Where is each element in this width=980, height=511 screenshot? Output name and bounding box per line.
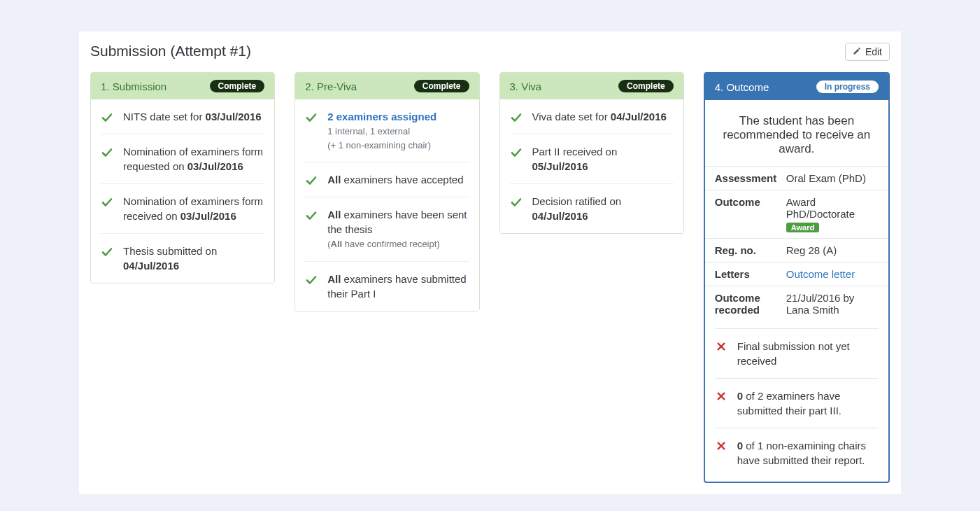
cross-icon xyxy=(715,438,727,468)
stage-card-body: 2 examiners assigned1 internal, 1 extern… xyxy=(295,99,478,311)
outcome-row-label: Letters xyxy=(715,268,779,280)
stage-card-title: 3. Viva xyxy=(510,80,542,92)
stage-card: 1. SubmissionCompleteNITS date set for 0… xyxy=(90,72,275,284)
outcome-row: AssessmentOral Exam (PhD) xyxy=(705,166,888,190)
outcome-row-label: Outcome xyxy=(715,196,779,232)
outcome-row: LettersOutcome letter xyxy=(705,262,888,286)
stage-item: Thesis submitted on 04/Jul/2016 xyxy=(101,233,264,283)
outcome-letter-link[interactable]: Outcome letter xyxy=(786,268,855,280)
outcome-row-value: 21/Jul/2016 by Lana Smith xyxy=(786,292,879,316)
check-icon xyxy=(305,109,318,152)
stage-cards: 1. SubmissionCompleteNITS date set for 0… xyxy=(90,72,890,483)
stage-item: Part II received on 05/Jul/2016 xyxy=(510,134,674,183)
stage-card-title: 1. Submission xyxy=(101,80,166,92)
outcome-checks: Final submission not yet received0 of 2 … xyxy=(705,328,888,482)
outcome-row-value: Oral Exam (PhD) xyxy=(786,172,879,184)
check-icon xyxy=(101,144,113,174)
check-icon xyxy=(305,172,318,187)
outcome-check-item: 0 of 1 non-examining chairs have submitt… xyxy=(715,428,879,477)
edit-button[interactable]: Edit xyxy=(845,43,890,61)
outcome-check-item: 0 of 2 examiners have submitted their pa… xyxy=(715,378,879,428)
examiners-link[interactable]: 2 examiners assigned xyxy=(327,111,436,122)
outcome-row: Outcome recorded21/Jul/2016 by Lana Smit… xyxy=(705,286,888,321)
edit-button-label: Edit xyxy=(865,46,882,57)
status-badge: Complete xyxy=(210,80,265,92)
stage-card: 2. Pre-VivaComplete2 examiners assigned1… xyxy=(294,72,479,312)
stage-item-text: All examiners have submitted their Part … xyxy=(327,272,469,301)
outcome-card-header: 4. OutcomeIn progress xyxy=(705,74,888,100)
page-title: Submission (Attempt #1) xyxy=(90,43,251,59)
stage-item: NITS date set for 03/Jul/2016 xyxy=(101,99,264,134)
status-badge: Complete xyxy=(414,80,469,92)
stage-item: All examiners have been sent the thesis(… xyxy=(305,197,469,260)
outcome-row-value: Reg 28 (A) xyxy=(786,244,879,256)
stage-card-title: 2. Pre-Viva xyxy=(305,80,357,92)
stage-card-header: 2. Pre-VivaComplete xyxy=(295,73,478,99)
stage-item-text: Thesis submitted on 04/Jul/2016 xyxy=(123,244,264,273)
outcome-row-label: Outcome recorded xyxy=(715,292,779,316)
outcome-message: The student has been recommended to rece… xyxy=(705,100,888,166)
stage-item: All examiners have submitted their Part … xyxy=(305,261,469,311)
stage-item: Viva date set for 04/Jul/2016 xyxy=(510,99,674,134)
stage-item-text: Viva date set for 04/Jul/2016 xyxy=(532,109,674,124)
stage-item-text: Nomination of examiners form received on… xyxy=(123,194,264,223)
stage-card: 3. VivaCompleteViva date set for 04/Jul/… xyxy=(499,72,684,234)
outcome-check-item: Final submission not yet received xyxy=(715,328,879,378)
outcome-check-text: 0 of 2 examiners have submitted their pa… xyxy=(737,388,879,418)
outcome-title: 4. Outcome xyxy=(715,81,769,93)
stage-item-text: NITS date set for 03/Jul/2016 xyxy=(123,109,264,124)
check-icon xyxy=(510,144,523,174)
status-badge: In progress xyxy=(816,80,879,93)
outcome-row-label: Assessment xyxy=(715,172,779,184)
outcome-card: 4. OutcomeIn progressThe student has bee… xyxy=(704,72,890,483)
stage-item-text[interactable]: 2 examiners assigned1 internal, 1 extern… xyxy=(327,109,469,152)
check-icon xyxy=(305,207,318,251)
stage-item: Nomination of examiners form received on… xyxy=(101,183,264,233)
pencil-icon xyxy=(853,46,861,57)
stage-card-header: 3. VivaComplete xyxy=(500,73,683,99)
stage-item: All examiners have accepted xyxy=(305,162,469,197)
stage-card-body: NITS date set for 03/Jul/2016Nomination … xyxy=(91,99,274,283)
stage-item-text: Decision ratified on 04/Jul/2016 xyxy=(532,194,674,223)
stage-card-body: Viva date set for 04/Jul/2016Part II rec… xyxy=(500,99,683,233)
outcome-check-text: 0 of 1 non-examining chairs have submitt… xyxy=(737,438,879,468)
outcome-row-value: Award PhD/DoctorateAward xyxy=(786,196,879,232)
check-icon xyxy=(101,109,113,124)
check-icon xyxy=(510,109,523,124)
check-icon xyxy=(305,272,318,301)
cross-icon xyxy=(715,388,727,418)
check-icon xyxy=(510,194,523,223)
stage-item: 2 examiners assigned1 internal, 1 extern… xyxy=(305,99,469,162)
stage-item-text: All examiners have accepted xyxy=(327,172,469,187)
stage-item-text: Nomination of examiners form requested o… xyxy=(123,144,264,174)
outcome-row: OutcomeAward PhD/DoctorateAward xyxy=(705,190,888,238)
award-chip: Award xyxy=(786,223,819,232)
stage-item: Decision ratified on 04/Jul/2016 xyxy=(510,183,674,233)
outcome-check-text: Final submission not yet received xyxy=(737,339,879,368)
outcome-row-label: Reg. no. xyxy=(715,244,779,256)
status-badge: Complete xyxy=(618,80,674,92)
stage-card-header: 1. SubmissionComplete xyxy=(91,73,274,99)
outcome-table: AssessmentOral Exam (PhD)OutcomeAward Ph… xyxy=(705,166,888,328)
cross-icon xyxy=(715,339,727,368)
outcome-row-value[interactable]: Outcome letter xyxy=(786,268,879,280)
submission-attempt-panel: Submission (Attempt #1) Edit 1. Submissi… xyxy=(79,31,901,494)
outcome-row: Reg. no.Reg 28 (A) xyxy=(705,238,888,262)
stage-item-text: Part II received on 05/Jul/2016 xyxy=(532,144,674,174)
stage-item: Nomination of examiners form requested o… xyxy=(101,134,264,183)
check-icon xyxy=(101,244,113,273)
check-icon xyxy=(101,194,113,223)
stage-item-text: All examiners have been sent the thesis(… xyxy=(327,207,469,251)
